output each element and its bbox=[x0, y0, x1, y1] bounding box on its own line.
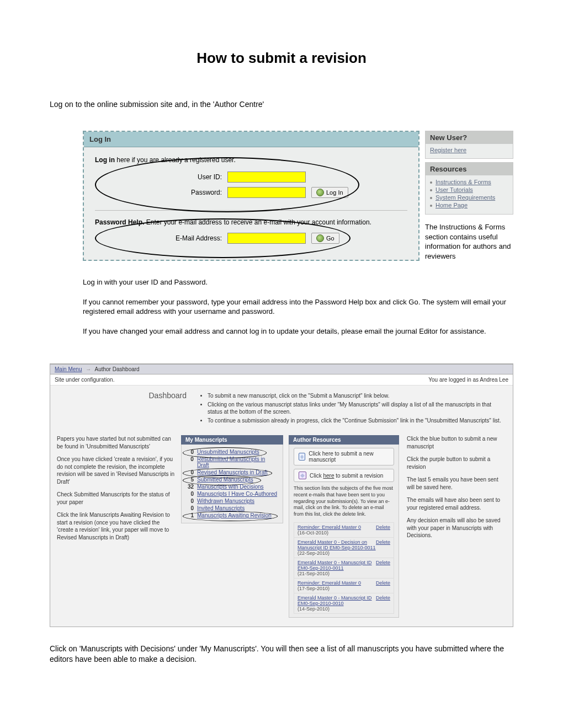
ms-link[interactable]: Submitted Manuscripts bbox=[197, 477, 253, 483]
delete-link[interactable]: Delete bbox=[376, 539, 390, 545]
login-screenshot: Log In Log in here if you are already a … bbox=[83, 131, 513, 261]
login-instruction: Log in here if you are already a registe… bbox=[95, 156, 407, 164]
login-header: Log In bbox=[84, 132, 418, 147]
submit-new-button[interactable]: Click here to submit a new manuscript bbox=[294, 448, 394, 465]
divider bbox=[95, 210, 407, 211]
email-input[interactable] bbox=[227, 233, 306, 244]
final-instruction: Click on 'Manuscripts with Decisions' un… bbox=[50, 644, 513, 665]
ms-link[interactable]: Invited Manuscripts bbox=[197, 505, 245, 511]
check-icon bbox=[316, 234, 324, 242]
delete-link[interactable]: Delete bbox=[376, 524, 390, 530]
user-id-input[interactable] bbox=[227, 172, 306, 183]
breadcrumb-main-menu[interactable]: Main Menu bbox=[55, 366, 82, 372]
ms-link[interactable]: Manuscripts Awaiting Revision bbox=[197, 512, 272, 518]
chevron-right-icon: → bbox=[86, 366, 91, 372]
new-user-header: New User? bbox=[426, 131, 513, 144]
emails-note: This section lists the subjects of the f… bbox=[294, 485, 394, 517]
intro-text: Log on to the online submission site and… bbox=[50, 100, 563, 109]
resources-note: The Instructions & Forms section contain… bbox=[425, 222, 513, 261]
email-link[interactable]: Reminder: Emerald Master 0 bbox=[298, 524, 361, 530]
new-user-box: New User? Register here bbox=[425, 131, 513, 159]
ms-link[interactable]: Manuscripts I Have Co-Authored bbox=[197, 491, 277, 497]
email-label: E-Mail Address: bbox=[111, 234, 222, 242]
email-link[interactable]: Emerald Master 0 - Manuscript ID EM0-Sep… bbox=[298, 560, 376, 571]
delete-link[interactable]: Delete bbox=[376, 560, 390, 565]
body-p3: If you have changed your email address a… bbox=[83, 326, 513, 336]
page-title: How to submit a revision bbox=[0, 50, 563, 67]
go-button[interactable]: Go bbox=[311, 233, 339, 244]
check-icon bbox=[316, 189, 324, 196]
body-p2: If you cannot remember your password, ty… bbox=[83, 297, 513, 317]
login-panel: Log In Log in here if you are already a … bbox=[83, 131, 419, 261]
author-resources-header: Author Resources bbox=[289, 435, 399, 445]
ms-link[interactable]: Manuscripts with Decisions bbox=[197, 484, 264, 490]
my-manuscripts-header: My Manuscripts bbox=[181, 435, 283, 445]
breadcrumb-current: Author Dashboard bbox=[94, 366, 139, 372]
ms-link[interactable]: Unsubmitted Manuscripts bbox=[197, 449, 259, 455]
resource-link[interactable]: System Requirements bbox=[435, 194, 495, 201]
left-annotations: Papers you have started but not submitte… bbox=[57, 435, 181, 617]
ms-link[interactable]: Resubmitted Manuscripts in Draft bbox=[197, 456, 278, 468]
logged-in-as: You are logged in as Andrea Lee bbox=[428, 377, 508, 383]
register-link[interactable]: Register here bbox=[430, 147, 466, 153]
resource-link[interactable]: Instructions & Forms bbox=[435, 179, 491, 185]
breadcrumb: Main Menu → Author Dashboard bbox=[50, 364, 513, 374]
resources-box: Resources Instructions & Forms User Tuto… bbox=[425, 162, 513, 215]
user-id-label: User ID: bbox=[111, 173, 222, 181]
login-button[interactable]: Log In bbox=[311, 187, 348, 198]
ms-link[interactable]: Revised Manuscripts in Draft bbox=[197, 469, 268, 475]
dashboard-heading: Dashboard bbox=[57, 391, 198, 425]
password-input[interactable] bbox=[227, 187, 306, 198]
password-label: Password: bbox=[111, 189, 222, 196]
dashboard-screenshot: Main Menu → Author Dashboard Site under … bbox=[50, 363, 513, 627]
resource-link[interactable]: Home Page bbox=[435, 202, 468, 208]
body-p1: Log in with your user ID and Password. bbox=[83, 277, 513, 287]
delete-link[interactable]: Delete bbox=[376, 595, 390, 601]
emails-list: Reminder: Emerald Master 0(16-Oct-2010)D… bbox=[294, 522, 394, 614]
email-link[interactable]: Emerald Master 0 - Manuscript ID EM0-Sep… bbox=[298, 595, 376, 606]
submit-revision-button[interactable]: Click here to submit a revision bbox=[294, 469, 394, 482]
right-annotations: Click the blue button to submit a new ma… bbox=[399, 435, 506, 617]
ms-link[interactable]: Withdrawn Manuscripts bbox=[197, 498, 254, 504]
email-link[interactable]: Emerald Master 0 - Decision on Manuscrip… bbox=[298, 539, 376, 550]
email-link[interactable]: Reminder: Emerald Master 0 bbox=[298, 580, 361, 586]
delete-link[interactable]: Delete bbox=[376, 580, 390, 586]
resources-header: Resources bbox=[426, 163, 513, 175]
password-help-text: Password Help. Enter your e-mail address… bbox=[95, 218, 407, 226]
config-notice: Site under configuration. bbox=[55, 377, 114, 383]
star-icon bbox=[299, 472, 306, 479]
resource-link[interactable]: User Tutorials bbox=[435, 186, 473, 193]
dashboard-instructions: To submit a new manuscript, click on the… bbox=[198, 391, 506, 425]
my-manuscripts-list: 0Unsubmitted Manuscripts 0Resubmitted Ma… bbox=[181, 445, 283, 523]
resources-list: Instructions & Forms User Tutorials Syst… bbox=[426, 175, 513, 214]
page-icon bbox=[299, 453, 305, 461]
